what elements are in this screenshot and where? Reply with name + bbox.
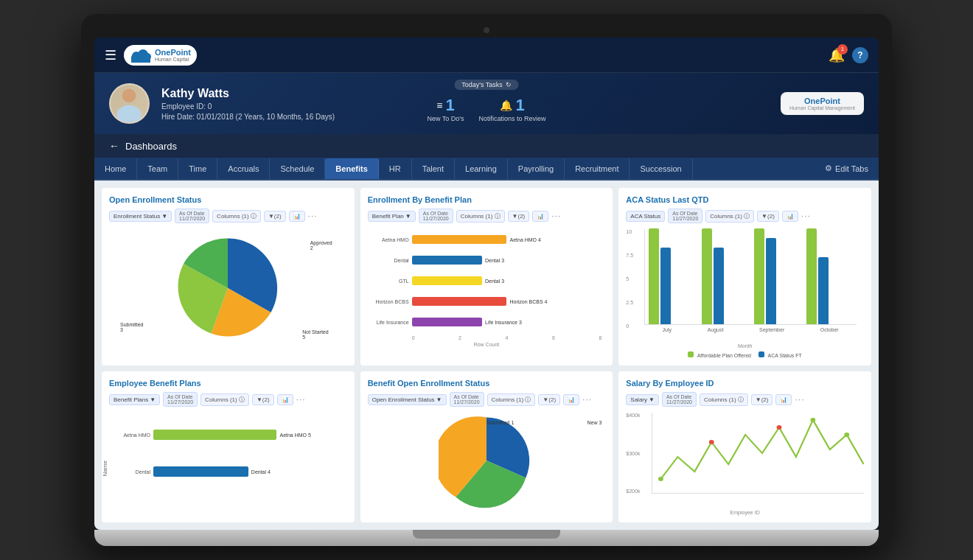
enrollment-more[interactable]: ··· [308, 211, 318, 221]
salary-more[interactable]: ··· [795, 394, 804, 405]
help-button[interactable]: ? [852, 47, 868, 63]
logo: OnePoint Human Capital [124, 45, 197, 66]
nav-talent[interactable]: Talent [412, 158, 455, 179]
benefit-open-columns[interactable]: Columns (1) ⓘ [487, 393, 536, 406]
widget-aca-status: ACA Status Last QTD ACA Status As Of Dat… [618, 188, 871, 365]
top-bar: ☰ OnePoint Human Capital [94, 38, 879, 73]
salary-filter-btn[interactable]: ▼(2) [751, 394, 773, 405]
nav-learning[interactable]: Learning [455, 158, 508, 179]
emp-benefit-chart-btn[interactable]: 📊 [277, 394, 293, 405]
emp-benefit-filter-btn[interactable]: ▼(2) [252, 394, 274, 405]
plan-more[interactable]: ··· [551, 211, 561, 221]
emp-benefit-more[interactable]: ··· [296, 394, 306, 405]
enrollment-chart-btn[interactable]: 📊 [289, 211, 305, 222]
widget-title-open-enrollment: Open Enrollment Status [109, 195, 347, 204]
notifications-label: Notifications to Review [479, 115, 546, 124]
bar-label-life: Life Insurance [377, 320, 409, 325]
pie-chart-open-enrollment: Approved2 Submitted3 Not Started5 [109, 229, 347, 347]
widget-title-enrollment-plan: Enrollment By Benefit Plan [368, 195, 606, 204]
widget-title-benefit-open: Benefit Open Enrollment Status [368, 379, 606, 388]
emp-benefit-filter[interactable]: Benefit Plans ▼ [109, 394, 160, 405]
enrollment-columns[interactable]: Columns (1) ⓘ [212, 210, 261, 223]
breadcrumb-label: Dashboards [125, 141, 177, 152]
y-label-5: 5 [626, 276, 633, 281]
tasks-center: Today's Tasks ↻ ≡ 1 New To Do's [427, 79, 545, 124]
legend-affordable-label: Affordable Plan Offered [697, 353, 751, 358]
salary-chart-btn[interactable]: 📊 [775, 394, 792, 405]
plan-filter[interactable]: Benefit Plan ▼ [368, 211, 416, 222]
salary-chart: $400k $300k $200k [626, 413, 864, 508]
benefit-open-chart-btn[interactable]: 📊 [563, 394, 579, 405]
aca-bar-sep-ft [766, 238, 776, 324]
pie-benefit-new: New 3 [587, 420, 601, 425]
widget-controls-emp-benefit: Benefit Plans ▼ As Of Date11/27/2020 Col… [109, 392, 347, 407]
aca-subtitle: ACA Status [626, 211, 665, 222]
nav-accruals[interactable]: Accruals [217, 158, 270, 179]
aca-bar-aug-ft [714, 248, 724, 324]
aca-filter-btn[interactable]: ▼(2) [757, 211, 779, 222]
benefit-open-filter-btn[interactable]: ▼(2) [538, 394, 560, 405]
bar-value-life: Life Insurance 3 [485, 320, 522, 325]
nav-home[interactable]: Home [94, 158, 137, 179]
salary-filter[interactable]: Salary ▼ [626, 394, 659, 405]
benefit-open-filter[interactable]: Open Enrollment Status ▼ [368, 394, 447, 405]
profile-hire-date: Hire Date: 01/01/2018 (2 Years, 10 Month… [161, 113, 335, 121]
nav-time[interactable]: Time [178, 158, 217, 179]
enrollment-filter[interactable]: Enrollment Status ▼ [109, 211, 172, 222]
enrollment-filter-btn[interactable]: ▼(2) [264, 211, 286, 222]
aca-subtitle-text: ACA Status [630, 213, 660, 220]
emp-benefit-columns[interactable]: Columns (1) ⓘ [200, 393, 249, 406]
widget-controls-salary: Salary ▼ As Of Date11/27/2020 Columns (1… [626, 392, 864, 407]
bar-chart-enrollment-plan: Aetna HMO Dental GTL Horizon BCBS Life I… [368, 229, 606, 347]
edit-tabs-label: Edit Tabs [835, 164, 868, 173]
emp-benefit-filter-label: Benefit Plans [114, 396, 148, 403]
y-label-75: 7.5 [626, 253, 633, 258]
emp-benefit-date: As Of Date11/27/2020 [163, 392, 198, 407]
main-nav: Home Team Time Accruals Schedule Benefit… [94, 158, 879, 181]
salary-columns[interactable]: Columns (1) ⓘ [700, 393, 748, 406]
month-august: August [708, 327, 724, 332]
nav-benefits[interactable]: Benefits [325, 158, 378, 179]
benefit-open-date: As Of Date11/27/2020 [450, 392, 484, 407]
nav-team[interactable]: Team [137, 158, 178, 179]
salary-filter-label: Salary [630, 396, 647, 403]
aca-bar-july-affordable [649, 228, 659, 324]
bar-value-aetna: Aetna HMO 4 [509, 237, 540, 242]
nav-hr[interactable]: HR [379, 158, 412, 179]
refresh-icon[interactable]: ↻ [506, 81, 512, 88]
nav-recruitment[interactable]: Recruitment [565, 158, 630, 179]
todo-count-item: ≡ 1 New To Do's [427, 96, 464, 124]
aca-more[interactable]: ··· [801, 211, 811, 221]
svg-point-9 [777, 425, 782, 430]
plan-filter-btn[interactable]: ▼(2) [508, 211, 530, 222]
svg-point-11 [845, 433, 850, 437]
bar-label-aetna: Aetna HMO [382, 237, 409, 242]
benefit-open-more[interactable]: ··· [582, 394, 592, 405]
tasks-title-text: Today's Tasks [461, 81, 503, 88]
tasks-row: ≡ 1 New To Do's 🔔 1 Notifications to Rev… [427, 96, 545, 124]
aca-date: As Of Date11/27/2020 [668, 209, 702, 223]
nav-schedule[interactable]: Schedule [270, 158, 325, 179]
nav-payrolling[interactable]: Payrolling [508, 158, 565, 179]
aca-columns[interactable]: Columns (1) ⓘ [705, 210, 754, 223]
aca-chart-btn[interactable]: 📊 [782, 211, 798, 222]
notifications-bell[interactable]: 🔔 1 [829, 47, 845, 63]
bar-value-gtl: Dental 3 [485, 279, 504, 284]
pie-chart-benefit-open: Submitted 1 New 3 [368, 413, 606, 508]
avatar [109, 83, 150, 124]
plan-chart-btn[interactable]: 📊 [532, 211, 548, 222]
plan-filter-label: Benefit Plan [372, 213, 404, 220]
widget-title-salary: Salary By Employee ID [626, 379, 864, 388]
widget-title-emp-benefit: Employee Benefit Plans [109, 379, 347, 388]
aca-group-july [649, 228, 695, 324]
aca-bar-oct-ft [818, 257, 829, 324]
edit-tabs-button[interactable]: ⚙ Edit Tabs [815, 158, 879, 179]
back-button[interactable]: ← [109, 140, 119, 152]
notifications-count: 1 [515, 96, 524, 115]
dashboard-grid: Open Enrollment Status Enrollment Status… [94, 181, 879, 530]
plan-columns[interactable]: Columns (1) ⓘ [456, 210, 505, 223]
svg-point-8 [709, 440, 714, 444]
nav-succession[interactable]: Succession [630, 158, 692, 179]
widget-controls-benefit-open: Open Enrollment Status ▼ As Of Date11/27… [368, 392, 606, 407]
hamburger-menu[interactable]: ☰ [105, 47, 116, 63]
